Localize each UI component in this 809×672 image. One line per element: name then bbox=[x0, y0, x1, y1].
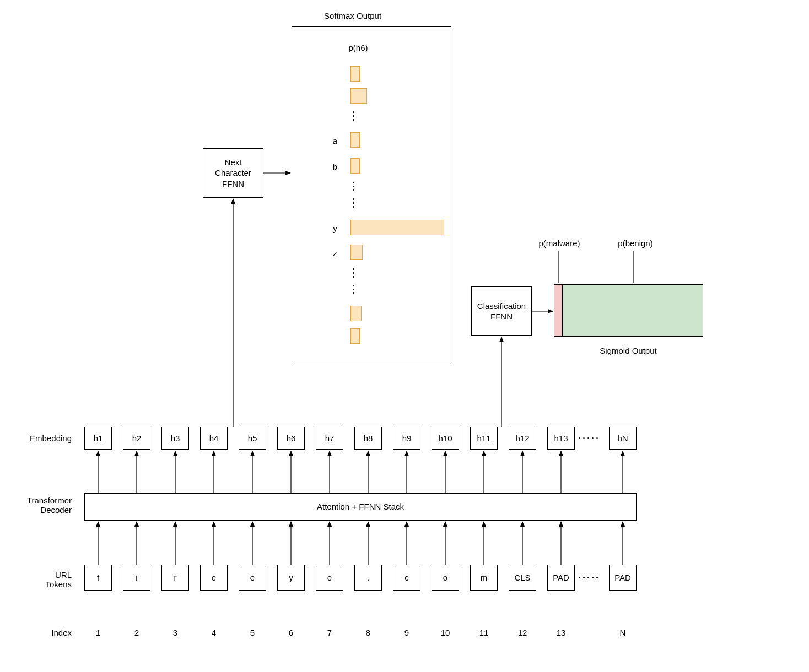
index-9: 9 bbox=[393, 628, 420, 637]
softmax-bar-1 bbox=[350, 66, 360, 82]
softmax-bar-2 bbox=[350, 88, 367, 104]
softmax-bar-z bbox=[350, 245, 363, 260]
url-token-4: e bbox=[200, 565, 228, 591]
url-token-13: PAD bbox=[547, 565, 575, 591]
embedding-h13: h13 bbox=[547, 427, 575, 450]
embedding-h5: h5 bbox=[239, 427, 266, 450]
embedding-h4: h4 bbox=[200, 427, 228, 450]
embedding-h7: h7 bbox=[316, 427, 343, 450]
index-6: 6 bbox=[277, 628, 305, 637]
index-1: 1 bbox=[84, 628, 112, 637]
index-10: 10 bbox=[432, 628, 459, 637]
sigmoid-output-label: Sigmoid Output bbox=[584, 346, 672, 355]
embedding-h6: h6 bbox=[277, 427, 305, 450]
index-8: 8 bbox=[354, 628, 382, 637]
url-token-3: r bbox=[161, 565, 189, 591]
url-token-2: i bbox=[123, 565, 150, 591]
url-token-5: e bbox=[239, 565, 266, 591]
embedding-hN: hN bbox=[609, 427, 637, 450]
url-token-8: . bbox=[354, 565, 382, 591]
ellipsis-icon bbox=[579, 577, 598, 578]
ellipsis-icon bbox=[353, 111, 354, 121]
embedding-h11: h11 bbox=[470, 427, 498, 450]
index-N: N bbox=[609, 628, 637, 637]
softmax-bar-end1 bbox=[350, 306, 362, 321]
classification-ffnn-box: Classification FFNN bbox=[471, 286, 532, 336]
embedding-h12: h12 bbox=[509, 427, 536, 450]
index-3: 3 bbox=[161, 628, 189, 637]
softmax-output-box bbox=[292, 26, 451, 365]
index-11: 11 bbox=[470, 628, 498, 637]
url-token-N: PAD bbox=[609, 565, 637, 591]
embedding-h1: h1 bbox=[84, 427, 112, 450]
diagram-canvas: Softmax Output p(h6) a b y z Next Charac… bbox=[0, 0, 809, 672]
ellipsis-icon bbox=[353, 198, 354, 208]
p-benign-label: p(benign) bbox=[608, 239, 663, 248]
embedding-row-label: Embedding bbox=[17, 433, 72, 443]
embedding-h2: h2 bbox=[123, 427, 150, 450]
next-char-ffnn-box: Next Character FFNN bbox=[203, 148, 263, 198]
url-token-9: c bbox=[393, 565, 420, 591]
index-4: 4 bbox=[200, 628, 228, 637]
embedding-h8: h8 bbox=[354, 427, 382, 450]
softmax-row-a: a bbox=[330, 136, 341, 145]
index-2: 2 bbox=[123, 628, 150, 637]
url-token-1: f bbox=[84, 565, 112, 591]
softmax-row-y: y bbox=[330, 224, 341, 233]
p-malware-label: p(malware) bbox=[532, 239, 587, 248]
ellipsis-icon bbox=[353, 268, 354, 278]
url-tokens-label: URL Tokens bbox=[17, 570, 72, 589]
ellipsis-icon bbox=[353, 285, 354, 294]
softmax-output-title: Softmax Output bbox=[298, 11, 408, 20]
sigmoid-benign-rect bbox=[563, 284, 703, 337]
url-token-11: m bbox=[470, 565, 498, 591]
transformer-decoder-label: Transformer Decoder bbox=[17, 496, 72, 514]
softmax-row-b: b bbox=[330, 162, 341, 171]
embedding-h10: h10 bbox=[432, 427, 459, 450]
ellipsis-icon bbox=[579, 437, 598, 439]
index-12: 12 bbox=[509, 628, 536, 637]
index-13: 13 bbox=[547, 628, 575, 637]
index-7: 7 bbox=[316, 628, 343, 637]
embedding-h9: h9 bbox=[393, 427, 420, 450]
url-token-7: e bbox=[316, 565, 343, 591]
url-token-12: CLS bbox=[509, 565, 536, 591]
softmax-row-z: z bbox=[330, 248, 341, 258]
sigmoid-malware-rect bbox=[554, 284, 563, 337]
url-token-10: o bbox=[432, 565, 459, 591]
embedding-h3: h3 bbox=[161, 427, 189, 450]
softmax-bar-y bbox=[350, 220, 444, 235]
softmax-bar-end2 bbox=[350, 328, 360, 344]
index-5: 5 bbox=[239, 628, 266, 637]
url-token-6: y bbox=[277, 565, 305, 591]
softmax-bar-a bbox=[350, 132, 360, 148]
attention-ffnn-stack-box: Attention + FFNN Stack bbox=[84, 493, 637, 521]
index-row-label: Index bbox=[17, 628, 72, 637]
softmax-bar-b bbox=[350, 158, 360, 174]
ellipsis-icon bbox=[353, 182, 354, 191]
softmax-prob-label: p(h6) bbox=[331, 43, 386, 52]
